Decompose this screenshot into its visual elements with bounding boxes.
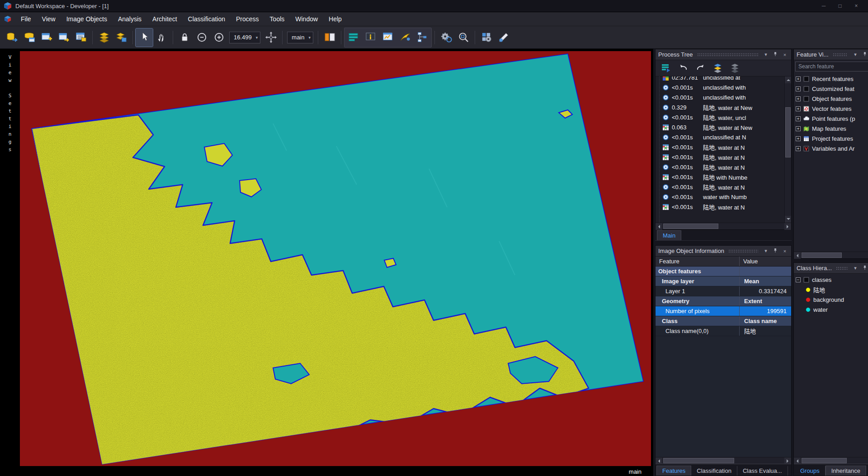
open-workspace-icon[interactable]	[21, 29, 38, 47]
scroll-down-button[interactable]	[785, 216, 791, 223]
create-project-icon[interactable]	[38, 29, 55, 47]
menu-help[interactable]: Help	[323, 13, 347, 25]
close-icon[interactable]: ×	[781, 248, 788, 254]
process-row[interactable]: <0.001s陆地, water, uncl	[656, 112, 784, 122]
tab-inheritance[interactable]: Inheritance	[826, 466, 866, 476]
search-input[interactable]	[796, 63, 868, 70]
class-hierarchy-tree[interactable]: −classes 陆地 background water	[794, 274, 868, 457]
expand-icon[interactable]: +	[796, 86, 801, 91]
scroll-up-button[interactable]	[785, 76, 791, 83]
expand-icon[interactable]: +	[796, 126, 801, 131]
scroll-thumb[interactable]	[802, 252, 842, 258]
feature-search-box[interactable]	[795, 62, 868, 71]
chevron-down-icon[interactable]: ▾	[256, 35, 258, 40]
map-canvas[interactable]	[20, 51, 651, 466]
class-node-land[interactable]: 陆地	[794, 285, 868, 295]
pin-icon[interactable]	[861, 265, 868, 271]
feature-view-header[interactable]: Feature Vi... ▾ ×	[794, 49, 868, 60]
manage-customized-features-icon[interactable]	[438, 29, 455, 47]
show-outlines-icon[interactable]	[345, 29, 362, 47]
process-row[interactable]: <0.001swater with Numb	[656, 192, 784, 202]
process-row[interactable]: <0.001s陆地, water at N	[656, 142, 784, 152]
lock-view-icon[interactable]	[176, 29, 193, 47]
menu-image-objects[interactable]: Image Objects	[61, 13, 113, 25]
feature-view-icon[interactable]	[379, 29, 396, 47]
single-layer-grayscale-icon[interactable]	[113, 29, 130, 47]
image-object-information-horizontal-scrollbar[interactable]	[656, 457, 791, 464]
drag-grip[interactable]	[836, 267, 848, 270]
feature-view-horizontal-scrollbar[interactable]	[794, 252, 868, 258]
options-icon[interactable]	[478, 29, 495, 47]
chevron-down-icon[interactable]: ▾	[852, 52, 859, 57]
process-row[interactable]: 02:37.781unclassified at	[656, 76, 784, 82]
menu-architect[interactable]: Architect	[147, 13, 182, 25]
feature-group-project[interactable]: +Project features	[794, 133, 868, 143]
undo-icon[interactable]	[677, 62, 689, 74]
map-viewport[interactable]: main	[20, 49, 653, 476]
process-row[interactable]: 0.329陆地, water at New	[656, 102, 784, 112]
run-process-icon[interactable]	[660, 62, 672, 74]
menu-tools[interactable]: Tools	[264, 13, 290, 25]
expand-icon[interactable]: +	[796, 76, 801, 81]
process-row[interactable]: <0.001s陆地 with Numbe	[656, 172, 784, 182]
close-icon[interactable]: ×	[781, 52, 788, 57]
view-classification-icon[interactable]	[396, 29, 414, 47]
chevron-down-icon[interactable]: ▾	[762, 248, 769, 254]
process-row[interactable]: <0.001sunclassified with	[656, 82, 784, 92]
maximize-button[interactable]: □	[832, 1, 848, 11]
process-row[interactable]: <0.001sunclassified with	[656, 92, 784, 102]
edit-polygons-icon[interactable]	[495, 29, 512, 47]
drag-grip[interactable]	[833, 53, 848, 57]
pin-icon[interactable]	[772, 248, 779, 254]
redo-icon[interactable]	[694, 62, 706, 74]
feature-group-vector[interactable]: +Vector features	[794, 104, 868, 114]
process-tree-list[interactable]: 02:37.781unclassified at <0.001sunclassi…	[656, 76, 784, 223]
tab-classification[interactable]: Classification	[691, 466, 737, 476]
feature-group-map[interactable]: +Map features	[794, 124, 868, 133]
feature-group-recent[interactable]: +Recent features	[794, 74, 868, 84]
feature-view-tree[interactable]: +Recent features +Customized feat +Objec…	[794, 73, 868, 252]
load-image-file-icon[interactable]	[4, 29, 21, 47]
class-node-background[interactable]: background	[794, 295, 868, 305]
project-history-icon[interactable]	[72, 29, 90, 47]
clear-levels-icon[interactable]	[729, 62, 741, 74]
column-value[interactable]: Value	[740, 258, 791, 265]
scroll-right-button[interactable]	[784, 457, 791, 464]
scroll-right-button[interactable]	[784, 223, 791, 230]
pin-icon[interactable]	[861, 52, 868, 57]
image-object-information-icon[interactable]	[362, 29, 379, 47]
process-tree-vertical-scrollbar[interactable]	[784, 76, 791, 223]
menu-window[interactable]: Window	[290, 13, 323, 25]
classes-root-node[interactable]: −classes	[794, 275, 868, 285]
pin-icon[interactable]	[772, 52, 779, 57]
table-row[interactable]: ClassClass name	[656, 316, 791, 326]
drag-grip[interactable]	[728, 249, 758, 253]
zoom-in-icon[interactable]	[210, 29, 227, 47]
expand-icon[interactable]: +	[796, 96, 801, 101]
menu-classification[interactable]: Classification	[183, 13, 231, 25]
scroll-left-button[interactable]	[794, 457, 801, 464]
scroll-thumb[interactable]	[802, 458, 847, 463]
scroll-left-button[interactable]	[656, 223, 662, 230]
process-tree-icon[interactable]	[414, 29, 431, 47]
process-tree-horizontal-scrollbar[interactable]	[656, 223, 791, 229]
close-button[interactable]: ×	[848, 1, 864, 11]
tab-features[interactable]: Features	[656, 466, 691, 476]
minimize-button[interactable]: ─	[816, 1, 832, 11]
collapse-icon[interactable]: −	[796, 277, 801, 282]
delete-level-icon[interactable]	[712, 62, 723, 74]
class-hierarchy-header[interactable]: Class Hiera... ▾ ×	[794, 263, 868, 274]
split-window-icon[interactable]	[321, 29, 338, 47]
edit-image-layer-mixing-icon[interactable]	[95, 29, 113, 47]
tab-main[interactable]: Main	[657, 230, 681, 240]
feature-group-customized[interactable]: +Customized feat	[794, 84, 868, 94]
menu-view[interactable]: View	[37, 13, 61, 25]
table-row[interactable]: Class name(0,0)陆地	[656, 326, 791, 336]
table-row[interactable]: Layer 10.3317424	[656, 286, 791, 296]
expand-icon[interactable]: +	[796, 116, 801, 121]
process-row[interactable]: <0.001s陆地, water at N	[656, 202, 784, 212]
process-row[interactable]: <0.001s陆地, water at N	[656, 182, 784, 192]
expand-icon[interactable]: +	[796, 146, 801, 151]
class-hierarchy-horizontal-scrollbar[interactable]	[794, 457, 868, 464]
menu-file[interactable]: File	[15, 13, 37, 25]
